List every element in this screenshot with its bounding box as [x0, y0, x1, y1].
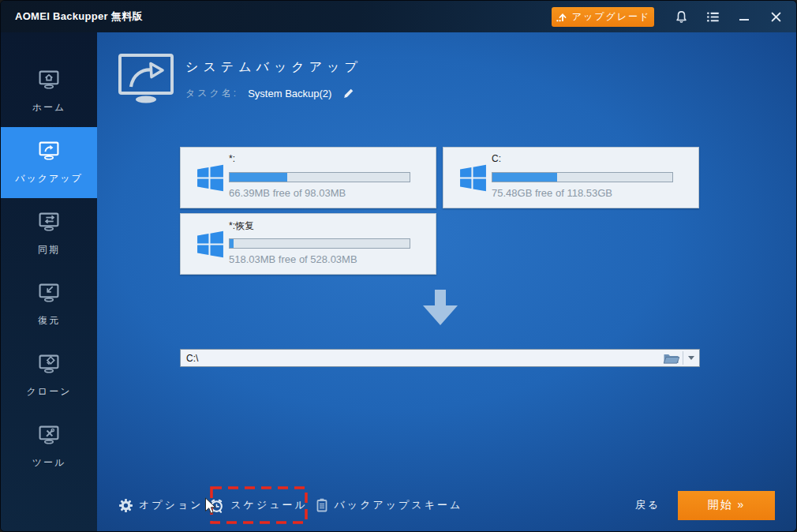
bottom-toolbar: オプション スケジュール バックアップスキーム 戻る 開始 »	[119, 485, 775, 525]
partition-free-space: 66.39MB free of 98.03MB	[229, 187, 346, 199]
partition-name: *:恢复	[229, 219, 254, 233]
partition-free-space: 75.48GB free of 118.53GB	[492, 187, 612, 199]
destination-path-input[interactable]: C:\	[181, 353, 659, 364]
partition-name: C:	[492, 153, 501, 164]
menu-icon	[706, 10, 720, 24]
upgrade-label: アップグレード	[572, 10, 651, 24]
notifications-button[interactable]	[665, 1, 697, 32]
app-title: AOMEI Backupper 無料版	[15, 9, 143, 24]
sidebar-item-backup[interactable]: バックアップ	[1, 127, 97, 198]
backup-scheme-label: バックアップスキーム	[335, 498, 463, 512]
sidebar-item-restore[interactable]: 復元	[1, 269, 97, 340]
windows-logo-icon	[458, 163, 488, 196]
open-folder-icon	[663, 352, 679, 365]
gear-icon	[119, 499, 133, 512]
partition-usage-fill	[492, 173, 557, 182]
sidebar: ホーム バックアップ 同期 復元 クローン	[1, 32, 97, 532]
upgrade-arrow-icon	[556, 11, 567, 22]
partition-usage-bar	[229, 238, 410, 249]
tools-icon	[37, 425, 61, 449]
home-icon	[37, 69, 61, 94]
clone-icon	[37, 354, 61, 378]
schedule-label: スケジュール	[230, 498, 308, 512]
windows-logo-icon	[196, 163, 225, 196]
upgrade-button[interactable]: アップグレード	[552, 7, 654, 27]
main-menu-button[interactable]	[697, 1, 728, 32]
clipboard-icon	[316, 498, 328, 512]
titlebar-controls: アップグレード	[552, 1, 796, 32]
backup-scheme-button[interactable]: バックアップスキーム	[316, 498, 463, 512]
page-title: システムバックアップ	[185, 59, 362, 76]
options-label: オプション	[139, 498, 204, 512]
partition-usage-bar	[229, 172, 410, 182]
pencil-icon	[342, 88, 354, 99]
partition-card: *:恢复 518.03MB free of 528.03MB	[180, 213, 436, 275]
caret-down-icon	[688, 356, 694, 360]
sidebar-item-tools[interactable]: ツール	[1, 411, 97, 482]
destination-bar: C:\	[180, 349, 700, 367]
source-partitions: *: 66.39MB free of 98.03MB C: 75.48GB fr…	[180, 147, 699, 275]
back-button[interactable]: 戻る	[635, 498, 660, 512]
close-icon	[771, 12, 781, 22]
task-name-edit-button[interactable]	[341, 86, 356, 101]
browse-destination-button[interactable]	[659, 350, 683, 366]
bell-icon	[675, 10, 688, 24]
titlebar: AOMEI Backupper 無料版 アップグレード	[1, 1, 796, 32]
sidebar-item-label: ホーム	[32, 101, 66, 114]
sidebar-item-sync[interactable]: 同期	[1, 198, 97, 269]
sidebar-item-label: 同期	[38, 243, 60, 257]
main-content: システムバックアップ タスク名: System Backup(2) *: 66.…	[97, 32, 797, 532]
partition-card: C: 75.48GB free of 118.53GB	[443, 147, 699, 208]
sidebar-item-label: ツール	[32, 456, 66, 470]
options-button[interactable]: オプション	[119, 498, 204, 512]
close-button[interactable]	[760, 1, 791, 32]
partition-free-space: 518.03MB free of 528.03MB	[229, 253, 357, 265]
destination-dropdown-button[interactable]	[683, 350, 699, 366]
schedule-button[interactable]: スケジュール	[210, 486, 308, 524]
backup-icon	[37, 140, 61, 165]
restore-icon	[37, 283, 61, 307]
partition-usage-fill	[230, 239, 234, 248]
task-name-label: タスク名:	[185, 87, 238, 100]
sidebar-item-clone[interactable]: クローン	[1, 340, 97, 411]
sidebar-item-label: クローン	[27, 385, 72, 399]
task-name-value: System Backup(2)	[248, 88, 331, 99]
windows-logo-icon	[196, 230, 225, 262]
minimize-button[interactable]	[728, 1, 760, 32]
app-window: AOMEI Backupper 無料版 アップグレード	[0, 0, 797, 532]
task-name-row: タスク名: System Backup(2)	[185, 86, 356, 101]
partition-card: *: 66.39MB free of 98.03MB	[180, 147, 436, 208]
partition-usage-fill	[230, 173, 287, 182]
sidebar-item-home[interactable]: ホーム	[1, 56, 97, 127]
partition-name: *:	[229, 153, 235, 164]
alarm-clock-icon	[209, 498, 224, 513]
sidebar-item-label: 復元	[38, 314, 60, 328]
sidebar-item-label: バックアップ	[15, 172, 83, 185]
start-button[interactable]: 開始 »	[678, 491, 775, 520]
down-arrow-icon	[422, 290, 458, 329]
minimize-icon	[739, 19, 749, 21]
system-backup-icon	[118, 53, 176, 108]
partition-usage-bar	[492, 172, 673, 182]
sync-icon	[37, 212, 61, 236]
